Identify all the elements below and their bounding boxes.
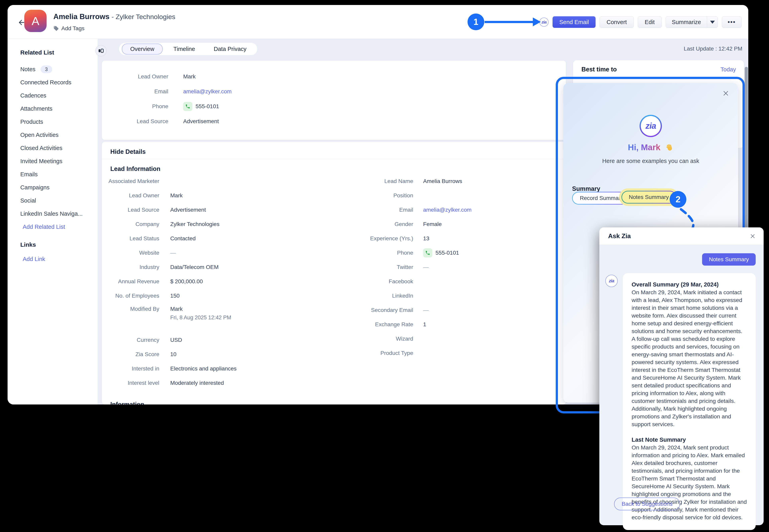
- sidebar-item[interactable]: Attachments: [8, 102, 98, 115]
- field-row: Lead Name Amelia Burrows: [102, 174, 566, 188]
- sidebar-item[interactable]: Campaigns: [8, 181, 98, 194]
- ask-zia-title: Ask Zia: [608, 232, 631, 240]
- summarize-split-button[interactable]: Summarize: [666, 16, 718, 28]
- field-label: LinkedIn: [102, 293, 413, 299]
- field-row: Lead Owner Mark: [102, 69, 566, 84]
- field-value: 1: [423, 321, 426, 328]
- lead-information-title: Lead Information: [110, 165, 160, 172]
- summary-section-label: Summary: [572, 185, 600, 192]
- field-row: Position: [102, 188, 566, 203]
- tab-data-privacy[interactable]: Data Privacy: [206, 44, 254, 54]
- lead-company: - Zylker Technologies: [111, 13, 175, 20]
- field-value: Moderately interested: [170, 380, 224, 386]
- links-title: Links: [20, 241, 98, 248]
- hide-details-toggle[interactable]: Hide Details: [110, 148, 145, 155]
- annotation-arrow-1: [485, 21, 533, 23]
- field-label: Lead Name: [102, 178, 413, 184]
- more-actions-button[interactable]: •••: [722, 16, 742, 28]
- sidebar-item[interactable]: Closed Activities: [8, 141, 98, 155]
- field-value: —: [423, 307, 429, 313]
- sidebar-item-label: LinkedIn Sales Naviga...: [20, 210, 83, 217]
- sidebar-item[interactable]: LinkedIn Sales Naviga...: [8, 207, 98, 220]
- close-icon[interactable]: [750, 233, 756, 239]
- sidebar-item[interactable]: Open Activities: [8, 128, 98, 141]
- summarize-dropdown-button[interactable]: [707, 17, 718, 28]
- add-tags-button[interactable]: Add Tags: [53, 25, 175, 32]
- tab-overview[interactable]: Overview: [122, 44, 163, 55]
- field-value: amelia@zylker.com: [423, 207, 471, 213]
- sidebar-item[interactable]: Notes 3: [8, 63, 98, 76]
- phone-icon: [423, 248, 432, 257]
- back-to-suggestions-button[interactable]: Back to Suggestions: [614, 498, 680, 510]
- lead-info-right-column: Lead Name Amelia Burrows Position: [102, 174, 566, 360]
- field-value: 555-0101: [435, 250, 459, 256]
- field-value: Advertisement: [183, 118, 219, 125]
- chevron-down-icon: [710, 21, 715, 24]
- sidebar-item[interactable]: Emails: [8, 168, 98, 181]
- convert-button[interactable]: Convert: [600, 16, 634, 28]
- field-label: Email: [102, 207, 413, 213]
- sidebar-item[interactable]: Products: [8, 115, 98, 128]
- sidebar-item[interactable]: Cadences: [8, 89, 98, 102]
- waving-hand-icon: [665, 143, 674, 152]
- related-list-sidebar: Related List Notes 3 Connected Records C…: [8, 39, 98, 404]
- field-label: Lead Owner: [102, 73, 168, 80]
- add-link-link[interactable]: Add Link: [8, 252, 98, 266]
- notes-summary-request-chip: Notes Summary: [702, 253, 756, 266]
- add-related-list-link[interactable]: Add Related List: [8, 220, 98, 233]
- zia-summary-message: Overall Summary (29 Mar, 2024) On March …: [623, 273, 756, 530]
- ask-zia-dialog: Ask Zia Notes Summary zia Overall Summar…: [599, 227, 764, 525]
- annotation-step-1: 1: [467, 14, 484, 30]
- field-label: Position: [102, 192, 413, 199]
- last-update-timestamp: Last Update : 12:42 PM: [684, 46, 742, 52]
- best-time-today-link[interactable]: Today: [721, 66, 736, 73]
- sidebar-item-label: Closed Activities: [20, 145, 62, 151]
- sidebar-item-label: Campaigns: [20, 184, 50, 191]
- field-label: Exchange Rate: [102, 321, 413, 328]
- field-label: Interest level: [102, 380, 159, 386]
- sidebar-item-label: Open Activities: [20, 132, 58, 138]
- send-email-button[interactable]: Send Email: [552, 16, 596, 28]
- field-row: Wizard: [102, 332, 566, 346]
- field-label: Experience (Yrs.): [102, 235, 413, 242]
- zia-logo-badge: zia: [640, 115, 662, 137]
- field-row: Twitter —: [102, 260, 566, 274]
- notes-summary-chip[interactable]: Notes Summary: [619, 188, 679, 206]
- zia-logo-icon: zia: [645, 121, 656, 131]
- annotation-arrowhead-1: [533, 18, 541, 26]
- sidebar-item-label: Social: [20, 197, 36, 204]
- sidebar-item-label: Attachments: [20, 105, 52, 112]
- field-value: 555-0101: [196, 103, 219, 110]
- field-label: Phone: [102, 103, 168, 110]
- field-value: Female: [423, 221, 442, 227]
- sidebar-item[interactable]: Invited Meetings: [8, 155, 98, 168]
- best-time-title: Best time to: [582, 66, 617, 73]
- record-header: A Amelia Burrows - Zylker Technologies A…: [8, 5, 748, 39]
- collapse-panel-button[interactable]: [95, 45, 106, 56]
- summarize-button[interactable]: Summarize: [666, 19, 707, 25]
- edit-button[interactable]: Edit: [638, 16, 662, 28]
- close-icon[interactable]: [722, 90, 729, 97]
- related-list: Notes 3 Connected Records Cadences Attac…: [8, 63, 98, 220]
- field-value: amelia@zylker.com: [183, 88, 232, 95]
- zia-greeting: Hi, Mark: [628, 143, 660, 152]
- field-value: Mark: [183, 73, 196, 80]
- sidebar-item[interactable]: Connected Records: [8, 76, 98, 89]
- field-row: Intersted in Electronics and appliances: [102, 361, 566, 376]
- sidebar-item[interactable]: Social: [8, 194, 98, 207]
- collapse-panel-icon: [98, 48, 104, 54]
- quick-info-card: Lead Owner Mark Email amel: [102, 61, 566, 140]
- tag-icon: [53, 26, 59, 31]
- record-tabs: Overview Timeline Data Privacy: [119, 43, 257, 55]
- field-row: Gender Female: [102, 217, 566, 231]
- field-label: Product Type: [102, 350, 413, 356]
- page-title: Amelia Burrows - Zylker Technologies: [53, 13, 175, 21]
- field-label: Gender: [102, 221, 413, 227]
- sidebar-item-label: Notes: [20, 66, 35, 73]
- overall-summary-heading: Overall Summary (29 Mar, 2024): [632, 281, 747, 288]
- sidebar-item-label: Invited Meetings: [20, 158, 62, 165]
- tab-timeline[interactable]: Timeline: [165, 44, 203, 54]
- annotation-step-2: 2: [670, 191, 686, 208]
- field-row: Exchange Rate 1: [102, 317, 566, 332]
- field-value: 13: [423, 235, 429, 242]
